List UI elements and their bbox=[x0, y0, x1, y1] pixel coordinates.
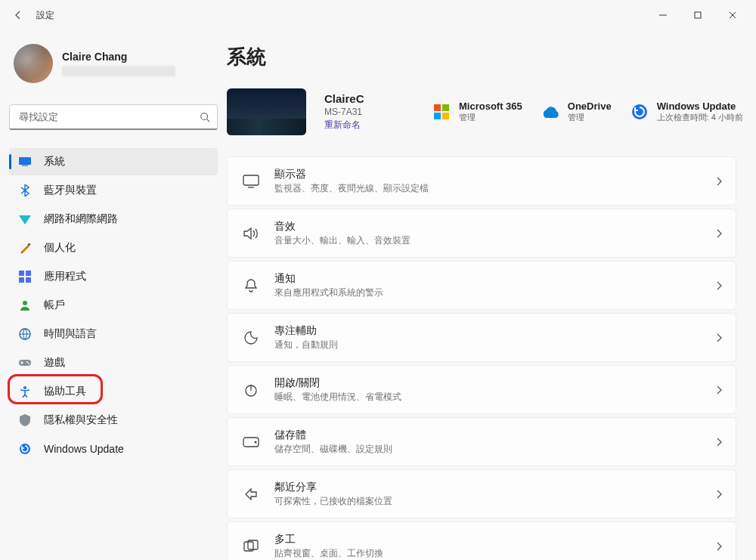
sidebar-item-label: 帳戶 bbox=[44, 299, 65, 312]
chevron-right-icon bbox=[716, 438, 722, 447]
rename-link[interactable]: 重新命名 bbox=[324, 119, 400, 131]
maximize-icon bbox=[694, 11, 702, 19]
card-title: 通知 bbox=[274, 272, 702, 286]
svg-point-9 bbox=[23, 301, 27, 305]
accessibility-icon bbox=[18, 385, 32, 398]
settings-card-display[interactable]: 顯示器監視器、亮度、夜間光線、顯示設定檔 bbox=[227, 156, 736, 206]
top-link-microsoft365[interactable]: Microsoft 365 管理 bbox=[432, 101, 522, 123]
top-link-onedrive[interactable]: OneDrive 管理 bbox=[541, 101, 612, 123]
sidebar-item-label: 網路和網際網路 bbox=[44, 212, 118, 226]
card-title: 音效 bbox=[274, 220, 702, 234]
top-link-title: OneDrive bbox=[568, 101, 612, 112]
svg-rect-7 bbox=[19, 277, 24, 283]
sidebar-item-system[interactable]: 系統 bbox=[9, 148, 218, 175]
accounts-icon bbox=[18, 299, 32, 312]
svg-point-13 bbox=[28, 363, 29, 364]
maximize-button[interactable] bbox=[680, 3, 715, 27]
user-name: Claire Chang bbox=[62, 51, 175, 63]
card-title: 開啟/關閉 bbox=[274, 376, 702, 390]
sound-icon bbox=[241, 224, 261, 243]
svg-rect-18 bbox=[434, 113, 441, 119]
microsoft365-icon bbox=[432, 102, 451, 122]
top-link-title: Windows Update bbox=[657, 101, 743, 112]
card-sub: 監視器、亮度、夜間光線、顯示設定檔 bbox=[274, 183, 702, 194]
device-model: MS-7A31 bbox=[324, 107, 400, 117]
svg-point-14 bbox=[23, 386, 26, 389]
power-icon bbox=[241, 380, 261, 400]
chevron-right-icon bbox=[716, 542, 722, 551]
sidebar-item-label: 藍牙與裝置 bbox=[44, 184, 97, 197]
settings-card-storage[interactable]: 儲存體儲存空間、磁碟機、設定規則 bbox=[227, 417, 736, 466]
svg-rect-21 bbox=[243, 175, 259, 185]
top-link-sub: 管理 bbox=[568, 112, 612, 123]
sidebar-item-bluetooth[interactable]: 藍牙與裝置 bbox=[9, 177, 218, 204]
back-button[interactable] bbox=[6, 3, 30, 27]
chevron-right-icon bbox=[716, 229, 722, 238]
desktop-preview-thumb[interactable] bbox=[227, 88, 306, 135]
top-link-sub: 上次檢查時間: 4 小時前 bbox=[657, 112, 743, 123]
top-link-windows-update[interactable]: Windows Update 上次檢查時間: 4 小時前 bbox=[630, 101, 743, 123]
gaming-icon bbox=[18, 356, 32, 370]
personalization-icon bbox=[18, 241, 32, 255]
sidebar-item-windows-update[interactable]: Windows Update bbox=[9, 435, 218, 463]
settings-card-sound[interactable]: 音效音量大小、輸出、輸入、音效裝置 bbox=[227, 209, 736, 258]
focus-assist-icon bbox=[241, 328, 261, 348]
sidebar-item-time-language[interactable]: 時間與語言 bbox=[9, 320, 218, 348]
card-title: 多工 bbox=[274, 533, 702, 546]
privacy-icon bbox=[18, 413, 32, 427]
user-block[interactable]: Claire Chang bbox=[9, 38, 218, 94]
chevron-right-icon bbox=[716, 385, 722, 394]
settings-card-focus-assist[interactable]: 專注輔助通知，自動規則 bbox=[227, 313, 736, 362]
user-avatar bbox=[14, 44, 53, 83]
update-icon bbox=[630, 102, 649, 122]
card-sub: 通知，自動規則 bbox=[274, 339, 702, 351]
settings-card-multitasking[interactable]: 多工貼齊視窗、桌面、工作切換 bbox=[227, 521, 736, 560]
search-input[interactable] bbox=[9, 104, 218, 130]
sidebar-item-label: 個人化 bbox=[44, 241, 76, 255]
settings-card-notifications[interactable]: 通知來自應用程式和系統的警示 bbox=[227, 261, 736, 310]
card-sub: 來自應用程式和系統的警示 bbox=[274, 287, 702, 299]
search-icon bbox=[200, 112, 210, 122]
card-sub: 睡眠、電池使用情況、省電模式 bbox=[274, 391, 702, 403]
sidebar-item-network[interactable]: 網路和網際網路 bbox=[9, 206, 218, 233]
svg-rect-6 bbox=[26, 271, 31, 276]
windows-update-icon bbox=[18, 442, 32, 456]
settings-card-power[interactable]: 開啟/關閉睡眠、電池使用情況、省電模式 bbox=[227, 365, 736, 414]
svg-rect-3 bbox=[22, 165, 28, 166]
chevron-right-icon bbox=[716, 281, 722, 290]
minimize-button[interactable] bbox=[646, 3, 680, 27]
sidebar-item-accounts[interactable]: 帳戶 bbox=[9, 292, 218, 319]
settings-card-nearby-sharing[interactable]: 鄰近分享可探索性，已接收的檔案位置 bbox=[227, 469, 736, 518]
sidebar-item-gaming[interactable]: 遊戲 bbox=[9, 349, 218, 376]
sidebar-item-label: Windows Update bbox=[44, 443, 124, 455]
nearby-sharing-icon bbox=[241, 484, 261, 504]
notifications-icon bbox=[241, 276, 261, 295]
sidebar-item-label: 遊戲 bbox=[44, 356, 65, 370]
sidebar-item-apps[interactable]: 應用程式 bbox=[9, 263, 218, 290]
chevron-right-icon bbox=[716, 333, 722, 342]
sidebar-item-privacy[interactable]: 隱私權與安全性 bbox=[9, 407, 218, 434]
svg-point-24 bbox=[255, 441, 257, 443]
sidebar-item-label: 系統 bbox=[44, 155, 65, 169]
sidebar-item-accessibility[interactable]: 協助工具 bbox=[9, 378, 218, 405]
sidebar-item-label: 應用程式 bbox=[44, 270, 86, 283]
close-icon bbox=[729, 11, 736, 19]
close-button[interactable] bbox=[715, 3, 750, 27]
card-sub: 貼齊視窗、桌面、工作切換 bbox=[274, 548, 702, 559]
storage-icon bbox=[241, 432, 261, 452]
svg-point-12 bbox=[26, 361, 28, 363]
sidebar-item-label: 協助工具 bbox=[44, 385, 86, 398]
card-title: 專注輔助 bbox=[274, 324, 702, 338]
sidebar-item-label: 隱私權與安全性 bbox=[44, 413, 118, 427]
apps-icon bbox=[18, 270, 32, 283]
user-email-blurred bbox=[62, 66, 175, 76]
page-title: 系統 bbox=[227, 44, 739, 70]
onedrive-icon bbox=[541, 102, 560, 122]
bluetooth-icon bbox=[18, 184, 32, 197]
sidebar-item-personalization[interactable]: 個人化 bbox=[9, 234, 218, 261]
top-link-title: Microsoft 365 bbox=[459, 101, 522, 112]
svg-rect-0 bbox=[695, 12, 701, 18]
device-name: ClaireC bbox=[324, 92, 400, 105]
sidebar-item-label: 時間與語言 bbox=[44, 327, 97, 341]
svg-point-15 bbox=[20, 444, 30, 454]
